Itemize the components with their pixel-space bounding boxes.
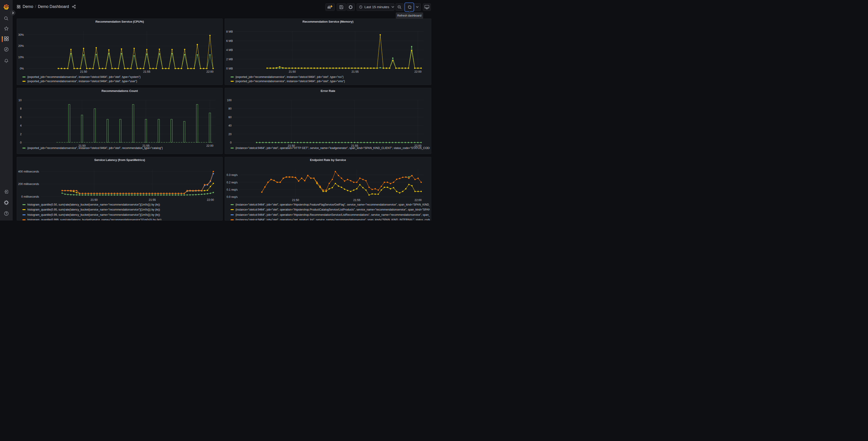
svg-text:21:55: 21:55	[353, 199, 360, 202]
svg-text:60: 60	[228, 115, 232, 119]
svg-text:4 MB: 4 MB	[226, 49, 233, 52]
svg-text:30%: 30%	[18, 33, 24, 36]
svg-text:22:00: 22:00	[207, 198, 214, 201]
svg-text:80: 80	[228, 107, 232, 110]
svg-text:6: 6	[20, 115, 22, 119]
svg-text:4: 4	[20, 124, 22, 127]
svg-text:0.3 req/s: 0.3 req/s	[226, 173, 238, 177]
svg-text:0.2 req/s: 0.2 req/s	[226, 181, 238, 184]
svg-text:0 MB: 0 MB	[226, 67, 233, 70]
svg-text:21:50: 21:50	[91, 198, 97, 201]
svg-text:6 MB: 6 MB	[226, 39, 233, 42]
svg-text:21:50: 21:50	[80, 70, 87, 74]
svg-text:8 MB: 8 MB	[226, 30, 233, 33]
svg-text:40: 40	[228, 124, 232, 127]
svg-text:2: 2	[20, 133, 22, 136]
svg-text:20: 20	[228, 133, 232, 136]
svg-text:0 milliseconds: 0 milliseconds	[21, 195, 39, 198]
svg-text:10%: 10%	[18, 56, 24, 59]
svg-text:0.0 req/s: 0.0 req/s	[226, 195, 238, 199]
svg-text:0: 0	[230, 141, 232, 144]
svg-text:21:55: 21:55	[352, 70, 359, 74]
svg-text:0.1 req/s: 0.1 req/s	[226, 188, 238, 191]
svg-text:21:50: 21:50	[289, 70, 296, 74]
svg-text:21:50: 21:50	[292, 199, 299, 202]
svg-text:8: 8	[20, 107, 22, 110]
svg-text:0: 0	[20, 141, 22, 144]
svg-text:200 milliseconds: 200 milliseconds	[18, 182, 39, 186]
svg-text:0%: 0%	[20, 67, 24, 70]
svg-text:22:00: 22:00	[414, 70, 421, 74]
svg-text:400 milliseconds: 400 milliseconds	[18, 170, 39, 173]
svg-text:2 MB: 2 MB	[226, 58, 233, 61]
svg-text:22:00: 22:00	[206, 70, 213, 74]
svg-text:10: 10	[18, 99, 22, 102]
svg-text:21:55: 21:55	[143, 70, 150, 74]
svg-text:100: 100	[227, 98, 232, 101]
svg-text:21:55: 21:55	[149, 198, 156, 201]
svg-text:20%: 20%	[18, 45, 24, 48]
svg-text:22:00: 22:00	[414, 199, 422, 202]
